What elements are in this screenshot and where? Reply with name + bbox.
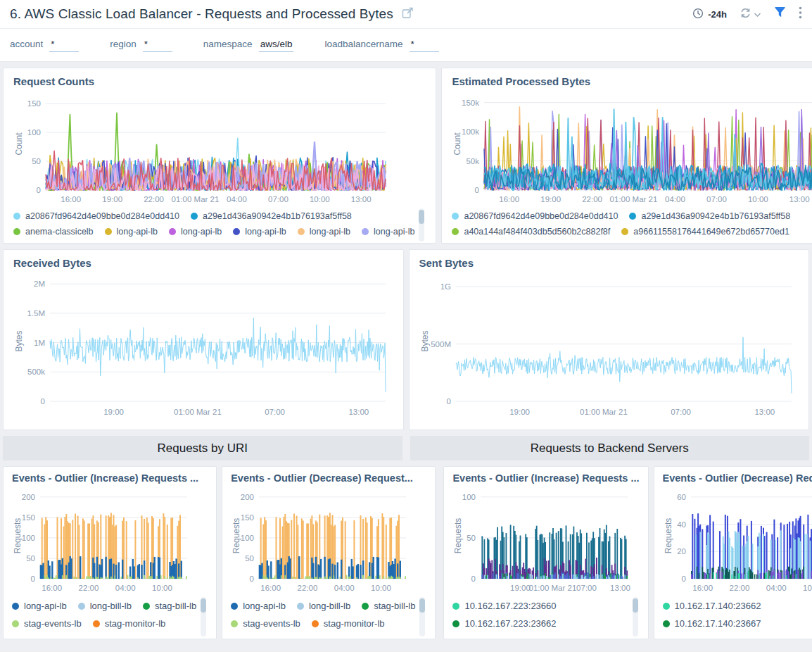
svg-text:01:00 Mar 21: 01:00 Mar 21 (580, 408, 628, 416)
outlier-decrease-uri-chart[interactable]: 050100150200Requests16:0022:0004:0010:00 (231, 487, 426, 594)
filter-loadbalancername-input[interactable]: * (410, 39, 439, 52)
legend-label: long-api-lb (245, 227, 286, 237)
legend-dot-icon (362, 603, 369, 610)
legend-item[interactable]: a29e1d436a90942e4b1b76193af5ff58 (629, 211, 790, 221)
legend-scrollbar-thumb[interactable] (419, 598, 425, 613)
filter-namespace-label: namespace (203, 39, 253, 49)
legend-item[interactable]: stag-monitor-lb (312, 618, 385, 629)
legend-item[interactable]: a20867fd9642d4e09bbe0d284e0dd410 (13, 211, 179, 221)
legend-item[interactable]: stag-bill-lb (143, 601, 196, 611)
svg-text:0: 0 (31, 575, 35, 583)
panel-title: Request Counts (13, 75, 426, 87)
svg-text:04:00: 04:00 (334, 584, 355, 592)
legend-item[interactable]: stag-bill-lb (362, 601, 415, 611)
svg-text:07:00: 07:00 (706, 195, 727, 203)
filter-icon[interactable] (774, 7, 786, 21)
svg-text:01:00 Mar 21: 01:00 Mar 21 (172, 195, 220, 203)
legend-dot-icon (231, 603, 238, 610)
panel-estimated-processed-bytes: Estimated Processed Bytes 050k100k150kCo… (441, 68, 812, 244)
svg-text:19:00: 19:00 (103, 408, 124, 416)
outlier-increase-uri-legend: long-api-lblong-bill-lbstag-bill-lbstag-… (12, 597, 208, 637)
legend-dot-icon (452, 620, 459, 627)
legend-item[interactable]: long-bill-lb (78, 601, 132, 611)
svg-text:01:00 Mar 21: 01:00 Mar 21 (610, 195, 658, 203)
svg-text:Requests: Requests (231, 518, 241, 554)
svg-text:150k: 150k (462, 99, 480, 107)
svg-text:10:00: 10:00 (310, 195, 330, 203)
filter-region-input[interactable]: * (143, 39, 172, 52)
legend-item[interactable]: long-api-lb (105, 227, 158, 237)
outlier-increase-uri-chart[interactable]: 050100150200Requests16:0022:0004:0010:00 (12, 487, 208, 594)
legend-item[interactable]: a20867fd9642d4e09bbe0d284e0dd410 (452, 211, 618, 221)
legend-item[interactable]: long-api-lb (362, 227, 414, 237)
legend-label: 10.162.17.140:23662 (675, 601, 761, 611)
svg-text:Requests: Requests (664, 518, 673, 554)
legend-item[interactable]: a40a144af484f403db5d560b2c882f8f (452, 227, 610, 237)
legend-item[interactable]: stag-events-lb (12, 618, 82, 629)
legend-item[interactable]: a29e1d436a90942e4b1b76193af5ff58 (191, 211, 352, 221)
panel-title: Received Bytes (13, 257, 393, 269)
estimated-processed-bytes-chart[interactable]: 050k100k150kCount16:0019:0022:0001:00 Ma… (452, 91, 812, 206)
legend-scrollbar-thumb[interactable] (419, 210, 424, 224)
svg-text:07:00: 07:00 (268, 195, 288, 203)
outlier-decrease-backend-chart[interactable]: 0204060Requests16:0022:0004:0010:00 (663, 487, 812, 594)
legend-item[interactable]: long-api-lb (169, 227, 222, 237)
legend-item[interactable]: long-api-lb (12, 601, 67, 611)
legend-item[interactable]: long-api-lb (233, 227, 286, 237)
legend-item[interactable]: long-api-lb (231, 601, 286, 611)
panel-received-bytes: Received Bytes 0500k1M1.5M2MBytes19:0001… (3, 249, 404, 430)
legend-scrollbar[interactable] (201, 597, 206, 637)
panel-outlier-decrease-backend: Events - Outlier (Decrease) Request... 0… (654, 466, 812, 639)
legend-item[interactable]: a96611558176441649e672bd65770ed1 (621, 227, 789, 237)
legend-item[interactable]: 10.162.167.223:23662 (452, 618, 556, 629)
request-counts-legend: a20867fd9642d4e09bbe0d284e0dd410a29e1d43… (13, 208, 426, 242)
legend-item[interactable]: long-bill-lb (297, 601, 350, 611)
legend-label: stag-events-lb (243, 618, 300, 629)
panel-title: Estimated Processed Bytes (452, 75, 812, 87)
panel-outlier-increase-backend: Events - Outlier (Increase) Requests ...… (443, 466, 648, 639)
svg-text:22:00: 22:00 (583, 195, 603, 203)
svg-text:04:00: 04:00 (227, 195, 247, 203)
legend-item[interactable]: 10.162.17.140:23662 (663, 601, 761, 611)
svg-text:150: 150 (241, 513, 254, 522)
legend-scrollbar[interactable] (419, 597, 425, 637)
svg-text:100: 100 (462, 493, 476, 501)
request-counts-chart[interactable]: 050100150Count16:0019:0022:0001:00 Mar 2… (13, 91, 426, 206)
share-icon[interactable] (402, 7, 414, 22)
legend-item[interactable]: 10.162.17.140:23667 (663, 618, 761, 629)
received-bytes-chart[interactable]: 0500k1M1.5M2MBytes19:0001:00 Mar 2107:00… (13, 272, 393, 418)
legend-scrollbar[interactable] (633, 597, 638, 637)
svg-text:04:00: 04:00 (766, 584, 786, 592)
filter-namespace-input[interactable]: aws/elb (259, 39, 294, 52)
panel-title: Events - Outlier (Decrease) Request... (663, 472, 812, 484)
legend-label: 10.162.167.223:23660 (464, 601, 556, 611)
kebab-menu-icon[interactable] (799, 6, 802, 22)
legend-label: a96611558176441649e672bd65770ed1 (633, 227, 789, 237)
time-range-button[interactable]: -24h (692, 8, 727, 21)
outlier-decrease-backend-legend: 10.162.17.140:2366210.162.17.140:23667 (663, 597, 812, 637)
legend-item[interactable]: 10.162.167.223:23660 (452, 601, 556, 611)
svg-text:16:00: 16:00 (261, 584, 281, 592)
legend-item[interactable]: stag-monitor-lb (93, 618, 166, 629)
svg-text:22:00: 22:00 (144, 195, 164, 203)
legend-row (231, 632, 415, 637)
svg-text:500M: 500M (431, 340, 451, 349)
legend-scrollbar-thumb[interactable] (633, 598, 638, 613)
legend-row: 10.162.17.140:23662 (663, 597, 812, 615)
legend-item[interactable]: stag-events-lb (231, 618, 300, 629)
legend-scrollbar-thumb[interactable] (201, 598, 206, 613)
svg-text:100: 100 (22, 534, 35, 542)
filter-account: account * (10, 39, 79, 52)
svg-text:22:00: 22:00 (79, 584, 99, 592)
legend-dot-icon (297, 603, 304, 610)
legend-item[interactable]: anema-classicelb (13, 227, 94, 237)
panel-outlier-decrease-uri: Events - Outlier (Decrease) Request... 0… (222, 466, 436, 639)
filter-account-label: account (10, 39, 43, 49)
refresh-button[interactable] (740, 7, 761, 22)
filter-account-input[interactable]: * (49, 39, 79, 52)
sent-bytes-chart[interactable]: 0500M1GBytes19:0001:00 Mar 2107:0013:00 (419, 272, 799, 418)
svg-text:Requests: Requests (453, 518, 463, 554)
outlier-increase-backend-chart[interactable]: 050100Requests19:0001:00 Mar 2107:0013:0… (452, 487, 639, 594)
legend-item[interactable]: long-api-lb (298, 227, 350, 237)
legend-scrollbar[interactable] (419, 208, 424, 242)
